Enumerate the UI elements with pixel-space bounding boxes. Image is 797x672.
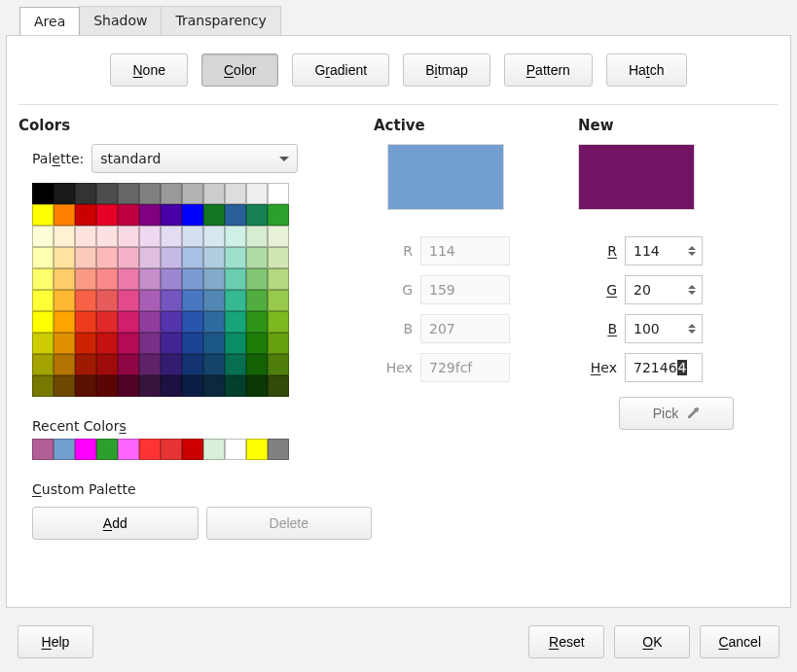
palette-swatch[interactable] [139, 226, 161, 247]
palette-swatch[interactable] [32, 204, 54, 226]
palette-swatch[interactable] [268, 333, 289, 354]
palette-swatch[interactable] [118, 354, 139, 375]
palette-swatch[interactable] [203, 247, 225, 268]
palette-swatch[interactable] [225, 290, 246, 311]
palette-swatch[interactable] [246, 354, 268, 375]
recent-swatch[interactable] [182, 439, 203, 460]
palette-select[interactable]: standard [91, 144, 298, 173]
new-g-input[interactable]: 20 [625, 275, 703, 304]
palette-swatch[interactable] [118, 311, 139, 333]
palette-swatch[interactable] [161, 268, 182, 290]
fill-color-button[interactable]: Color [201, 53, 278, 87]
palette-swatch[interactable] [96, 375, 118, 397]
palette-swatch[interactable] [203, 226, 225, 247]
palette-swatch[interactable] [225, 311, 246, 333]
new-hex-input[interactable]: 721464 [625, 353, 703, 382]
palette-swatch[interactable] [225, 247, 246, 268]
palette-swatch[interactable] [246, 204, 268, 226]
palette-swatch[interactable] [139, 183, 161, 204]
add-button[interactable]: Add [32, 507, 199, 540]
palette-swatch[interactable] [161, 226, 182, 247]
palette-swatch[interactable] [118, 375, 139, 397]
recent-swatch[interactable] [75, 439, 96, 460]
palette-swatch[interactable] [246, 183, 268, 204]
palette-swatch[interactable] [246, 311, 268, 333]
palette-swatch[interactable] [54, 226, 75, 247]
palette-swatch[interactable] [182, 183, 203, 204]
recent-swatch[interactable] [32, 439, 54, 460]
palette-swatch[interactable] [139, 333, 161, 354]
palette-swatch[interactable] [54, 268, 75, 290]
palette-swatch[interactable] [182, 268, 203, 290]
palette-swatch[interactable] [75, 354, 96, 375]
palette-swatch[interactable] [225, 268, 246, 290]
recent-swatch[interactable] [246, 439, 268, 460]
palette-swatch[interactable] [246, 268, 268, 290]
cancel-button[interactable]: Cancel [700, 625, 779, 658]
palette-swatch[interactable] [161, 183, 182, 204]
palette-swatch[interactable] [54, 375, 75, 397]
palette-swatch[interactable] [96, 183, 118, 204]
palette-swatch[interactable] [182, 290, 203, 311]
palette-swatch[interactable] [96, 226, 118, 247]
palette-swatch[interactable] [139, 354, 161, 375]
new-b-input[interactable]: 100 [625, 314, 703, 343]
palette-swatch[interactable] [246, 247, 268, 268]
palette-swatch[interactable] [32, 375, 54, 397]
palette-swatch[interactable] [96, 333, 118, 354]
recent-swatch[interactable] [225, 439, 246, 460]
palette-swatch[interactable] [225, 204, 246, 226]
palette-swatch[interactable] [268, 268, 289, 290]
palette-swatch[interactable] [161, 204, 182, 226]
palette-swatch[interactable] [139, 268, 161, 290]
palette-swatch[interactable] [75, 183, 96, 204]
pick-color-button[interactable]: Pick [619, 397, 734, 430]
palette-swatch[interactable] [75, 226, 96, 247]
palette-swatch[interactable] [118, 247, 139, 268]
palette-swatch[interactable] [54, 333, 75, 354]
palette-swatch[interactable] [96, 354, 118, 375]
palette-swatch[interactable] [96, 247, 118, 268]
recent-swatch[interactable] [139, 439, 161, 460]
palette-swatch[interactable] [225, 354, 246, 375]
fill-pattern-button[interactable]: Pattern [504, 53, 593, 87]
palette-swatch[interactable] [225, 375, 246, 397]
palette-swatch[interactable] [182, 247, 203, 268]
palette-swatch[interactable] [268, 375, 289, 397]
palette-swatch[interactable] [246, 226, 268, 247]
palette-swatch[interactable] [161, 290, 182, 311]
palette-swatch[interactable] [225, 183, 246, 204]
palette-swatch[interactable] [182, 354, 203, 375]
palette-swatch[interactable] [268, 290, 289, 311]
palette-swatch[interactable] [32, 247, 54, 268]
palette-swatch[interactable] [203, 354, 225, 375]
palette-swatch[interactable] [32, 183, 54, 204]
palette-swatch[interactable] [118, 268, 139, 290]
palette-swatch[interactable] [203, 204, 225, 226]
recent-swatch[interactable] [268, 439, 289, 460]
fill-gradient-button[interactable]: Gradient [292, 53, 389, 87]
recent-swatch[interactable] [54, 439, 75, 460]
reset-button[interactable]: Reset [528, 625, 604, 658]
tab-area[interactable]: Area [19, 7, 80, 36]
palette-swatch[interactable] [182, 375, 203, 397]
palette-swatch[interactable] [268, 226, 289, 247]
palette-swatch[interactable] [118, 204, 139, 226]
recent-swatch[interactable] [96, 439, 118, 460]
palette-swatch[interactable] [139, 204, 161, 226]
palette-swatch[interactable] [54, 354, 75, 375]
palette-swatch[interactable] [161, 354, 182, 375]
fill-hatch-button[interactable]: Hatch [606, 53, 687, 87]
palette-swatch[interactable] [161, 375, 182, 397]
palette-swatch[interactable] [96, 311, 118, 333]
palette-swatch[interactable] [182, 311, 203, 333]
palette-swatch[interactable] [118, 333, 139, 354]
help-button[interactable]: Help [18, 625, 93, 658]
palette-swatch[interactable] [118, 183, 139, 204]
palette-swatch[interactable] [203, 290, 225, 311]
palette-swatch[interactable] [139, 311, 161, 333]
recent-swatch[interactable] [161, 439, 182, 460]
palette-swatch[interactable] [268, 183, 289, 204]
palette-swatch[interactable] [54, 183, 75, 204]
new-r-input[interactable]: 114 [625, 236, 703, 265]
